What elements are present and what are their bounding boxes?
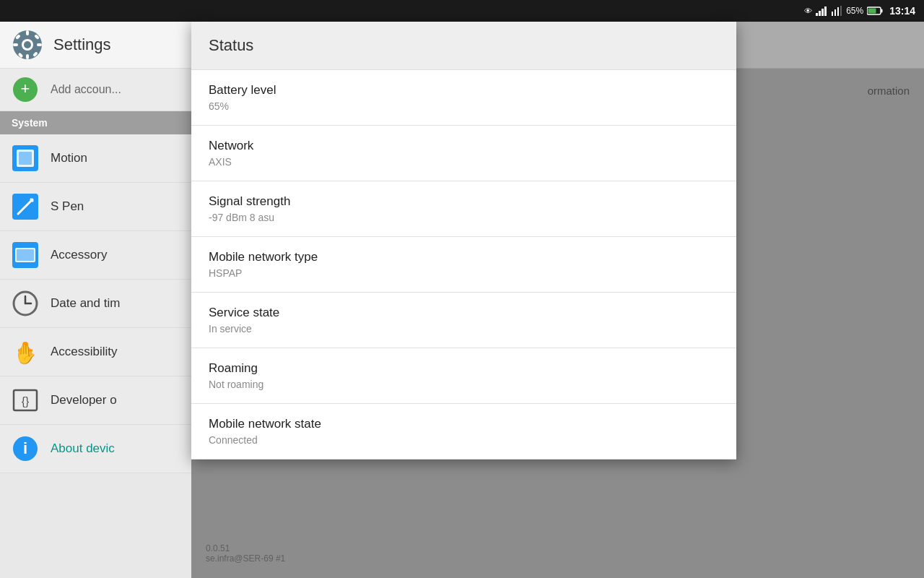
sidebar-item-about[interactable]: i About devic xyxy=(0,425,191,473)
clock: 13:14 xyxy=(889,5,915,17)
sidebar-item-accessory[interactable]: Accessory xyxy=(0,231,191,280)
network-state-value: Connected xyxy=(209,434,719,446)
sidebar-item-datetime[interactable]: Date and tim xyxy=(0,280,191,328)
status-bar: 👁 65% 13:14 xyxy=(0,0,924,22)
svg-text:{}: {} xyxy=(22,395,30,407)
status-icons: 👁 65% 13:14 xyxy=(804,5,915,17)
developer-label: Developer o xyxy=(51,393,117,407)
svg-rect-15 xyxy=(26,54,29,59)
network-type-label: Mobile network type xyxy=(209,250,719,264)
signal-strength-icon xyxy=(831,6,842,16)
svg-text:i: i xyxy=(23,439,27,457)
svg-rect-14 xyxy=(26,30,29,35)
dialog-row-battery: Battery level 65% xyxy=(191,70,736,126)
dialog-row-network: Network AXIS xyxy=(191,126,736,181)
network-value: AXIS xyxy=(209,156,719,168)
signal-strength-label: Signal strength xyxy=(209,194,719,209)
settings-title: Settings xyxy=(53,35,111,54)
main-container: Settings + Add accoun... System xyxy=(0,22,924,578)
sidebar-item-developer[interactable]: {} Developer o xyxy=(0,376,191,425)
accessory-label: Accessory xyxy=(51,248,107,262)
eye-icon: 👁 xyxy=(804,7,812,15)
svg-rect-1 xyxy=(819,11,821,16)
sidebar-item-motion[interactable]: Motion xyxy=(0,134,191,183)
accessory-icon xyxy=(12,241,39,269)
battery-icon xyxy=(867,7,883,15)
service-state-value: In service xyxy=(209,323,719,335)
motion-icon xyxy=(12,144,39,172)
dialog-row-network-type: Mobile network type HSPAP xyxy=(191,237,736,293)
signal-strength-value: -97 dBm 8 asu xyxy=(209,212,719,223)
sidebar-item-spen[interactable]: S Pen xyxy=(0,183,191,231)
accessibility-icon: ✋ xyxy=(12,338,39,366)
battery-level-label: Battery level xyxy=(209,83,719,98)
datetime-label: Date and tim xyxy=(51,296,120,311)
svg-rect-9 xyxy=(881,9,883,13)
dialog-title: Status xyxy=(209,36,253,54)
svg-rect-4 xyxy=(832,12,833,16)
svg-rect-5 xyxy=(834,9,836,16)
network-state-label: Mobile network state xyxy=(209,417,719,431)
add-account-label: Add accoun... xyxy=(51,83,121,96)
system-section-header: System xyxy=(0,111,191,134)
status-dialog: Status Battery level 65% Network AXIS Si… xyxy=(191,22,736,460)
service-state-label: Service state xyxy=(209,306,719,320)
network-type-value: HSPAP xyxy=(209,267,719,279)
svg-text:✋: ✋ xyxy=(14,342,38,365)
dialog-row-service: Service state In service xyxy=(191,293,736,348)
settings-gear-icon xyxy=(12,29,43,61)
dialog-row-roaming: Roaming Not roaming xyxy=(191,348,736,404)
accessibility-label: Accessibility xyxy=(51,345,118,359)
add-account-icon: + xyxy=(12,76,39,103)
dialog-row-network-state: Mobile network state Connected xyxy=(191,404,736,460)
battery-percent: 65% xyxy=(846,6,863,16)
battery-level-value: 65% xyxy=(209,100,719,112)
about-label: About devic xyxy=(51,441,115,456)
motion-label: Motion xyxy=(51,151,87,165)
sidebar: + Add accoun... System Motion xyxy=(0,69,191,578)
svg-point-13 xyxy=(24,41,31,48)
svg-rect-16 xyxy=(13,43,18,46)
svg-rect-0 xyxy=(816,13,818,16)
svg-rect-7 xyxy=(840,6,842,16)
svg-rect-6 xyxy=(837,7,839,16)
svg-rect-3 xyxy=(824,7,827,16)
svg-text:+: + xyxy=(21,79,30,98)
spen-icon xyxy=(12,193,39,220)
svg-rect-17 xyxy=(37,43,42,46)
network-label: Network xyxy=(209,139,719,153)
modal-overlay: Status Battery level 65% Network AXIS Si… xyxy=(191,22,924,578)
roaming-value: Not roaming xyxy=(209,379,719,390)
dialog-title-bar: Status xyxy=(191,22,736,70)
info-icon: i xyxy=(12,435,39,462)
roaming-label: Roaming xyxy=(209,361,719,376)
svg-rect-2 xyxy=(821,9,824,16)
developer-icon: {} xyxy=(12,387,39,414)
clock-icon xyxy=(12,290,39,317)
dialog-row-signal: Signal strength -97 dBm 8 asu xyxy=(191,181,736,237)
sidebar-item-add-account[interactable]: + Add accoun... xyxy=(0,69,191,111)
sidebar-item-accessibility[interactable]: ✋ Accessibility xyxy=(0,328,191,376)
signal-icon xyxy=(816,6,827,16)
svg-rect-10 xyxy=(868,9,876,14)
svg-rect-32 xyxy=(17,249,34,261)
svg-rect-26 xyxy=(19,152,32,165)
spen-label: S Pen xyxy=(51,199,84,214)
